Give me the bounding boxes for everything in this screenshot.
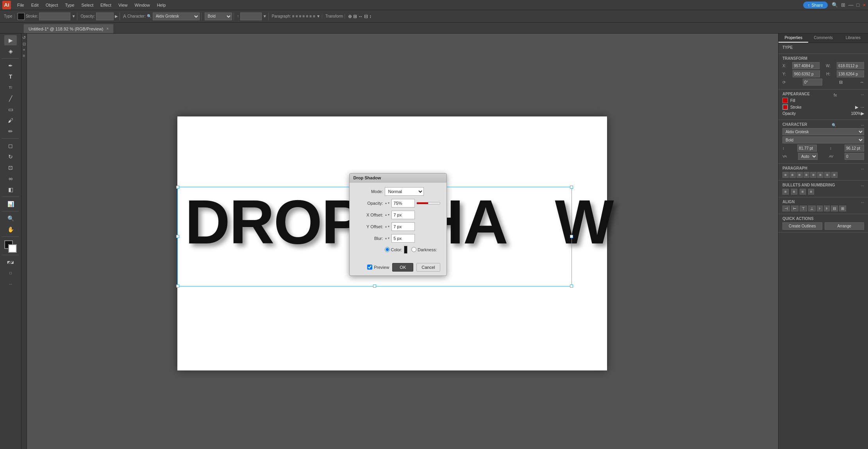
menu-item-edit[interactable]: Edit <box>28 2 42 8</box>
create-outlines-btn[interactable]: Create Outlines <box>782 222 822 230</box>
font-size-input[interactable]: 81.76% <box>240 13 262 20</box>
w-input[interactable] <box>837 62 864 69</box>
close-icon[interactable]: × <box>863 2 866 8</box>
stroke-input[interactable] <box>39 13 70 20</box>
stroke-dropdown-icon[interactable]: ▼ <box>71 14 75 18</box>
constrain-btn[interactable]: ⊟ <box>839 80 843 85</box>
line-tool[interactable]: ╱ <box>4 93 17 104</box>
rotate-tool[interactable]: ↻ <box>4 152 17 162</box>
hand-tool[interactable]: ✋ <box>4 224 17 234</box>
share-button[interactable]: ↑ Type Share <box>803 2 828 9</box>
arrange-btn[interactable]: Arrange <box>825 222 864 230</box>
h-input[interactable] <box>837 70 864 77</box>
menu-item-window[interactable]: Window <box>132 2 153 8</box>
align-more-btn[interactable]: ··· <box>861 200 864 205</box>
blur-spinner[interactable]: ▲▼ <box>385 237 390 240</box>
canvas-icon4[interactable]: ≡ <box>23 54 25 58</box>
cancel-button[interactable]: Cancel <box>416 263 440 272</box>
transform-more-btn[interactable]: ↔ <box>860 80 864 84</box>
rectangle-tool[interactable]: ▭ <box>4 104 17 114</box>
direct-select-tool[interactable]: ◈ <box>4 46 17 56</box>
yoffset-spinner[interactable]: ▲▼ <box>385 225 390 228</box>
menu-item-type[interactable]: Type <box>62 2 78 8</box>
graph-tool[interactable]: 📊 <box>4 199 17 209</box>
para-icon6[interactable]: ≡ <box>309 14 312 18</box>
align-btn2[interactable]: ⊢ <box>791 206 798 211</box>
bullet-btn2[interactable]: ≡ <box>791 189 797 195</box>
paintbrush-tool[interactable]: 🖌 <box>4 115 17 125</box>
selection-tool[interactable]: ▶ <box>4 35 17 45</box>
canvas-icon2[interactable]: ⊡ <box>23 42 26 46</box>
pencil-tool[interactable]: ✏ <box>4 126 17 136</box>
color-mode-btn[interactable]: ◩◪ <box>4 257 17 267</box>
align-btn8[interactable]: ⊞ <box>839 206 846 211</box>
justify-btn[interactable]: ≡ <box>804 172 810 178</box>
maximize-icon[interactable]: □ <box>857 2 860 8</box>
eraser-tool[interactable]: ◻ <box>4 141 17 151</box>
para-icon7[interactable]: ≡ <box>313 14 315 18</box>
menu-item-help[interactable]: Help <box>154 2 169 8</box>
menu-item-view[interactable]: View <box>115 2 131 8</box>
color-radio[interactable] <box>385 247 390 252</box>
opacity-input[interactable]: 100% <box>96 13 114 20</box>
gradient-tool[interactable]: ◧ <box>4 184 17 195</box>
opacity-spinner[interactable]: ▲▼ <box>385 202 390 204</box>
document-tab[interactable]: Untitled-1* @ 118.92 % (RGB/Preview) × <box>23 24 114 33</box>
size-dropdown-icon[interactable]: ▼ <box>263 14 267 18</box>
minimize-icon[interactable]: — <box>848 2 854 8</box>
zoom-tool[interactable]: 🔍 <box>4 213 17 224</box>
para-icon5[interactable]: ≡ <box>306 14 308 18</box>
char-weight-select[interactable]: Bold <box>782 136 864 143</box>
bullet-btn4[interactable]: ≡ <box>808 189 814 195</box>
tab-properties[interactable]: Properties <box>779 34 808 43</box>
stroke-expand-btn[interactable]: ▶ <box>855 105 858 110</box>
align-btn7[interactable]: ⊟ <box>831 206 838 211</box>
xoffset-input[interactable] <box>391 211 415 219</box>
darkness-radio-label[interactable]: Darkness: <box>411 247 437 252</box>
tab-close-btn[interactable]: × <box>107 27 109 31</box>
opacity-arrow[interactable]: ▶ <box>115 14 118 18</box>
tab-comments[interactable]: Comments <box>808 34 838 43</box>
mode-select[interactable]: Normal Multiply Screen Overlay <box>385 187 424 196</box>
blend-tool[interactable]: ∞ <box>4 174 17 184</box>
preview-checkbox[interactable] <box>367 265 372 270</box>
menu-item-effect[interactable]: Effect <box>97 2 114 8</box>
stroke-more-btn[interactable]: ··· <box>861 105 864 109</box>
screen-mode-btn[interactable]: □ <box>4 268 17 278</box>
type-tool[interactable]: T <box>4 72 17 82</box>
justify-all-btn[interactable]: ≡ <box>810 172 816 178</box>
toolbar-icon2[interactable]: ⊞ <box>353 14 357 19</box>
char-leading-input[interactable] <box>845 145 864 152</box>
search-icon[interactable]: 🔍 <box>832 2 838 8</box>
para-icon2[interactable]: ≡ <box>296 14 298 18</box>
para-btn8[interactable]: ≡ <box>831 172 838 178</box>
bullet-btn3[interactable]: ≡ <box>800 189 806 195</box>
char-font-select[interactable]: Aktiv Grotesk <box>782 128 864 135</box>
char-kerning-input[interactable] <box>845 153 864 160</box>
scale-tool[interactable]: ⊡ <box>4 163 17 173</box>
char-tracking-select[interactable]: Auto <box>798 153 818 160</box>
ok-button[interactable]: OK <box>392 263 413 272</box>
menu-item-select[interactable]: Select <box>78 2 96 8</box>
darkness-radio[interactable] <box>411 247 416 252</box>
para-more-icon[interactable]: ▼ <box>316 14 320 18</box>
opacity-value-input[interactable] <box>391 199 415 208</box>
pen-tool[interactable]: ✒ <box>4 61 17 71</box>
para-btn6[interactable]: ≡ <box>817 172 823 178</box>
para-btn7[interactable]: ≡ <box>824 172 830 178</box>
align-right-btn[interactable]: ≡ <box>797 172 803 178</box>
xoffset-spinner[interactable]: ▲▼ <box>385 213 390 216</box>
para-icon3[interactable]: ≡ <box>299 14 302 18</box>
background-color[interactable] <box>8 244 17 253</box>
menu-item-file[interactable]: File <box>14 2 27 8</box>
tab-libraries[interactable]: Libraries <box>838 34 868 43</box>
rotate-view-icon[interactable]: ↺ <box>22 35 26 40</box>
windows-icon[interactable]: ⊞ <box>841 2 845 8</box>
opacity-expand-btn[interactable]: ▶ <box>861 111 864 116</box>
align-btn6[interactable]: ⊧ <box>824 206 830 211</box>
toolbar-icon3[interactable]: ↔ <box>358 14 363 19</box>
align-btn5[interactable]: ⊦ <box>817 206 823 211</box>
preview-checkbox-label[interactable]: Preview <box>367 265 389 270</box>
canvas-icon3[interactable]: + <box>23 48 25 52</box>
angle-input[interactable] <box>803 79 822 86</box>
